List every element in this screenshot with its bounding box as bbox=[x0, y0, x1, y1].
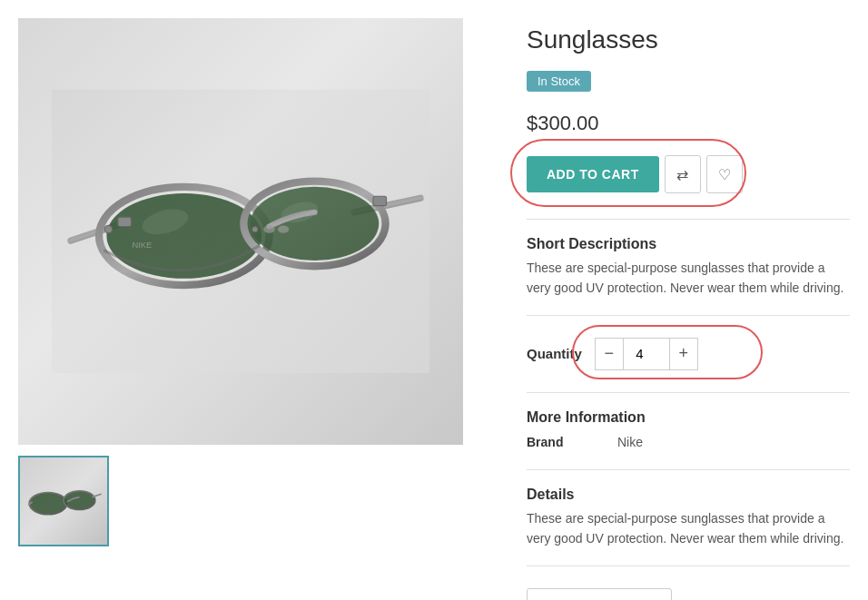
compare-button[interactable]: ⇄ bbox=[665, 155, 701, 193]
svg-point-16 bbox=[29, 492, 66, 514]
add-to-cart-button[interactable]: ADD TO CART bbox=[527, 156, 659, 192]
details-title: Details bbox=[527, 487, 850, 503]
wishlist-icon: ♡ bbox=[718, 166, 731, 183]
details-text: These are special-purpose sunglasses tha… bbox=[527, 508, 850, 549]
thumbnail-item-1[interactable] bbox=[18, 456, 109, 546]
svg-text:NIKE: NIKE bbox=[132, 241, 152, 251]
sunglasses-illustration: NIKE bbox=[52, 50, 430, 413]
product-images-column: NIKE bbox=[18, 18, 499, 600]
write-review-button[interactable]: Write Your Review bbox=[527, 588, 672, 600]
divider-2 bbox=[527, 315, 850, 316]
short-description-section: Short Descriptions These are special-pur… bbox=[527, 236, 850, 299]
details-section: Details These are special-purpose sungla… bbox=[527, 487, 850, 549]
product-info-column: Sunglasses In Stock $300.00 ADD TO CART … bbox=[527, 18, 850, 600]
write-review-container: Write Your Review bbox=[527, 583, 850, 600]
short-description-title: Short Descriptions bbox=[527, 236, 850, 252]
thumbnail-image-1 bbox=[20, 456, 107, 546]
svg-point-9 bbox=[104, 226, 112, 233]
svg-point-13 bbox=[278, 226, 289, 233]
divider-5 bbox=[527, 566, 850, 566]
action-buttons-group: ADD TO CART ⇄ ♡ bbox=[527, 155, 850, 193]
brand-value: Nike bbox=[617, 431, 850, 453]
brand-label: Brand bbox=[527, 431, 617, 453]
svg-rect-14 bbox=[118, 217, 132, 226]
info-table: Brand Nike bbox=[527, 431, 850, 453]
product-title: Sunglasses bbox=[527, 25, 850, 54]
short-description-text: These are special-purpose sunglasses tha… bbox=[527, 258, 850, 299]
quantity-increase-button[interactable]: + bbox=[669, 338, 698, 370]
svg-point-10 bbox=[252, 227, 257, 232]
svg-point-4 bbox=[106, 193, 261, 279]
more-info-title: More Information bbox=[527, 409, 850, 426]
wishlist-button[interactable]: ♡ bbox=[706, 155, 743, 193]
divider-4 bbox=[527, 469, 850, 470]
stock-status: In Stock bbox=[527, 71, 591, 92]
divider-3 bbox=[527, 392, 850, 393]
brand-row: Brand Nike bbox=[527, 431, 850, 453]
quantity-input[interactable] bbox=[624, 338, 669, 370]
product-price: $300.00 bbox=[527, 112, 850, 135]
quantity-decrease-button[interactable]: − bbox=[595, 338, 624, 370]
svg-rect-15 bbox=[373, 196, 387, 205]
stock-badge: In Stock bbox=[527, 71, 850, 101]
svg-point-12 bbox=[263, 226, 274, 233]
main-product-image: NIKE bbox=[18, 18, 463, 445]
thumbnail-list bbox=[18, 456, 499, 546]
quantity-section: Quantity − + bbox=[527, 338, 850, 370]
divider-1 bbox=[527, 219, 850, 220]
quantity-label: Quantity bbox=[527, 346, 582, 361]
quantity-controls: − + bbox=[595, 338, 698, 370]
more-info-section: More Information Brand Nike bbox=[527, 409, 850, 453]
compare-icon: ⇄ bbox=[676, 166, 688, 183]
